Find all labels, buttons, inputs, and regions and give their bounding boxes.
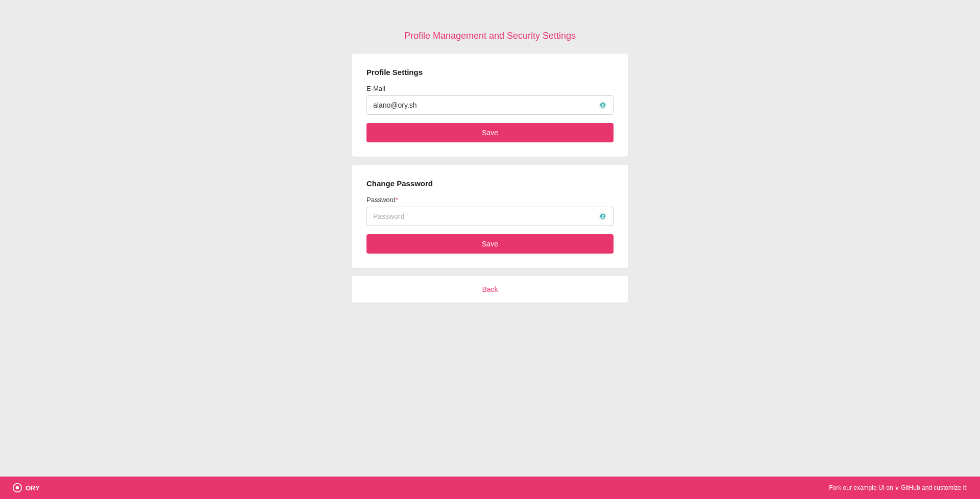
change-password-card: Change Password Password* Save	[352, 165, 628, 268]
footer: ORY Fork our example UI on ∨ GitHub and …	[0, 477, 980, 499]
email-input-wrapper	[366, 95, 614, 115]
profile-save-button[interactable]: Save	[366, 123, 614, 142]
back-card: Back	[352, 276, 628, 303]
ory-logo-icon-password	[597, 211, 608, 222]
svg-point-1	[16, 486, 19, 490]
page-wrapper: Profile Management and Security Settings…	[0, 0, 980, 499]
page-title: Profile Management and Security Settings	[404, 31, 576, 41]
footer-logo-text: ORY	[26, 484, 40, 492]
email-input[interactable]	[366, 95, 614, 115]
footer-logo: ORY	[12, 483, 40, 493]
footer-github-link[interactable]: Fork our example UI on ∨ GitHub and cust…	[829, 484, 968, 491]
password-input[interactable]	[366, 207, 614, 226]
email-label: E-Mail	[366, 85, 614, 92]
change-password-title: Change Password	[366, 179, 614, 188]
back-button[interactable]: Back	[482, 285, 498, 293]
password-label: Password*	[366, 196, 614, 204]
password-save-button[interactable]: Save	[366, 234, 614, 254]
profile-settings-card: Profile Settings E-Mail Save	[352, 54, 628, 157]
ory-logo-icon-email	[597, 99, 608, 111]
profile-settings-title: Profile Settings	[366, 68, 614, 77]
password-input-wrapper	[366, 207, 614, 226]
ory-footer-logo-icon	[12, 483, 22, 493]
